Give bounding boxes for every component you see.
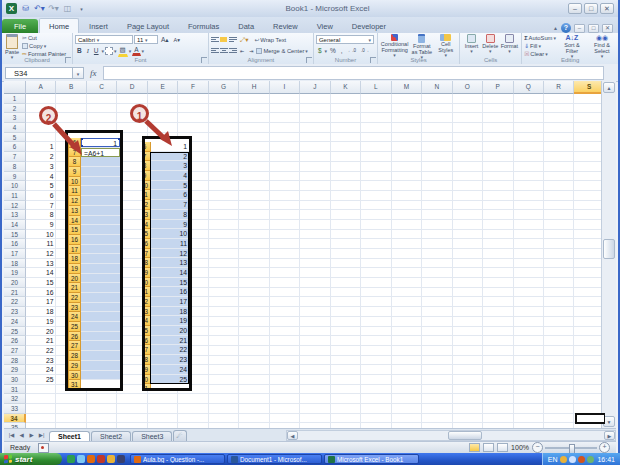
row-header-23[interactable]: 23: [4, 307, 26, 317]
cell-p1[interactable]: [483, 94, 513, 104]
cell-h20[interactable]: [239, 278, 269, 288]
cell-k10[interactable]: [331, 181, 361, 191]
cell-r18[interactable]: [544, 259, 574, 269]
cell-g4[interactable]: [209, 123, 239, 133]
cell-h26[interactable]: [239, 336, 269, 346]
cell-m10[interactable]: [392, 181, 422, 191]
insert-cells-button[interactable]: Insert▾: [462, 34, 481, 55]
cell-q13[interactable]: [514, 210, 544, 220]
touch-mode-button[interactable]: ◫: [62, 3, 73, 14]
cell-i1[interactable]: [270, 94, 300, 104]
cell-q16[interactable]: [514, 239, 544, 249]
cell-j20[interactable]: [300, 278, 330, 288]
cell-r21[interactable]: [544, 288, 574, 298]
cell-r34[interactable]: [544, 414, 574, 424]
cell-l1[interactable]: [361, 94, 391, 104]
cell-h29[interactable]: [239, 365, 269, 375]
cell-a14[interactable]: 9: [26, 220, 56, 230]
row-header-21[interactable]: 21: [4, 288, 26, 298]
cell-p13[interactable]: [483, 210, 513, 220]
cell-i2[interactable]: [270, 104, 300, 114]
row-header-12[interactable]: 12: [4, 201, 26, 211]
cell-o12[interactable]: [453, 201, 483, 211]
cell-a17[interactable]: 12: [26, 249, 56, 259]
cell-r14[interactable]: [544, 220, 574, 230]
macro-record-icon[interactable]: [38, 443, 49, 453]
cell-a24[interactable]: 19: [26, 317, 56, 327]
cell-a7[interactable]: 2: [26, 152, 56, 162]
callout-left-cell-9[interactable]: [81, 167, 120, 177]
scroll-up-icon[interactable]: ▲: [603, 82, 615, 93]
cell-l33[interactable]: [361, 404, 391, 414]
cell-k2[interactable]: [331, 104, 361, 114]
active-cell-s34[interactable]: [575, 413, 605, 424]
cell-p26[interactable]: [483, 336, 513, 346]
cell-o7[interactable]: [453, 152, 483, 162]
callout-right-cell-10[interactable]: 5: [151, 181, 189, 191]
callout-right-cell-19[interactable]: 14: [151, 268, 189, 278]
cell-f32[interactable]: [178, 394, 208, 404]
cell-p2[interactable]: [483, 104, 513, 114]
align-right-icon[interactable]: [229, 47, 237, 54]
cell-a25[interactable]: 20: [26, 327, 56, 337]
cell-p25[interactable]: [483, 327, 513, 337]
callout-left-row-header-29[interactable]: 29: [68, 361, 81, 371]
cell-m14[interactable]: [392, 220, 422, 230]
callout-right-row-header-9[interactable]: 9: [142, 171, 151, 181]
cell-q19[interactable]: [514, 268, 544, 278]
cell-o32[interactable]: [453, 394, 483, 404]
cell-g31[interactable]: [209, 385, 239, 395]
cell-p21[interactable]: [483, 288, 513, 298]
cell-b34[interactable]: [56, 414, 86, 424]
row-header-25[interactable]: 25: [4, 327, 26, 337]
cell-g9[interactable]: [209, 172, 239, 182]
cell-r29[interactable]: [544, 365, 574, 375]
column-header-n[interactable]: N: [422, 81, 452, 94]
cell-m19[interactable]: [392, 268, 422, 278]
cell-i17[interactable]: [270, 249, 300, 259]
cell-j25[interactable]: [300, 327, 330, 337]
workbook-close-button[interactable]: ✕: [602, 24, 613, 33]
cell-r28[interactable]: [544, 356, 574, 366]
cell-d32[interactable]: [117, 394, 147, 404]
cell-k21[interactable]: [331, 288, 361, 298]
cell-j23[interactable]: [300, 307, 330, 317]
align-top-icon[interactable]: [211, 36, 219, 43]
callout-left-cell-18[interactable]: [81, 254, 120, 264]
taskbar-task-microsoft[interactable]: Microsoft Excel - Book1: [324, 454, 419, 464]
cell-j10[interactable]: [300, 181, 330, 191]
cell-m5[interactable]: [392, 133, 422, 143]
cell-q10[interactable]: [514, 181, 544, 191]
cell-q18[interactable]: [514, 259, 544, 269]
cell-f34[interactable]: [178, 414, 208, 424]
save-button[interactable]: ⛁: [20, 3, 31, 14]
cell-q22[interactable]: [514, 297, 544, 307]
cell-k9[interactable]: [331, 172, 361, 182]
cell-p16[interactable]: [483, 239, 513, 249]
callout-right-cell-11[interactable]: 6: [151, 190, 189, 200]
cell-j3[interactable]: [300, 113, 330, 123]
callout-right-cell-6[interactable]: 1: [151, 142, 189, 152]
cell-n29[interactable]: [422, 365, 452, 375]
hypersnap-icon[interactable]: [67, 455, 75, 463]
row-header-22[interactable]: 22: [4, 297, 26, 307]
cell-p18[interactable]: [483, 259, 513, 269]
page-break-view-button[interactable]: [497, 443, 508, 452]
cell-p20[interactable]: [483, 278, 513, 288]
cell-m4[interactable]: [392, 123, 422, 133]
cell-i25[interactable]: [270, 327, 300, 337]
row-header-17[interactable]: 17: [4, 249, 26, 259]
taskbar-task-aulabg[interactable]: Aula.bg - Question -...: [130, 454, 225, 464]
cell-m3[interactable]: [392, 113, 422, 123]
cell-l6[interactable]: [361, 142, 391, 152]
cell-g6[interactable]: [209, 142, 239, 152]
callout-left-row-header-15[interactable]: 15: [68, 225, 81, 235]
cell-j21[interactable]: [300, 288, 330, 298]
italic-button[interactable]: I: [85, 46, 91, 55]
cell-n31[interactable]: [422, 385, 452, 395]
cell-a33[interactable]: [26, 404, 56, 414]
row-header-14[interactable]: 14: [4, 220, 26, 230]
callout-left-cell-31[interactable]: [81, 380, 120, 390]
cell-h10[interactable]: [239, 181, 269, 191]
cell-k17[interactable]: [331, 249, 361, 259]
